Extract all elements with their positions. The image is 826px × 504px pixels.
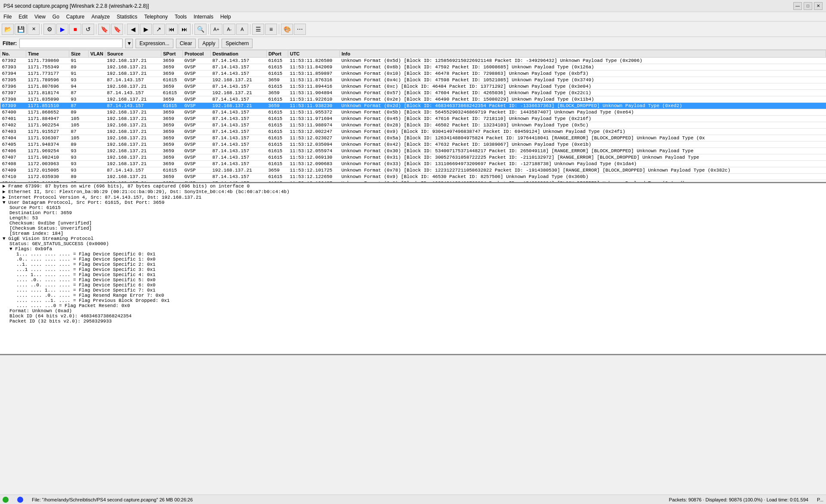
detail-tree-item[interactable]: Destination Port: 3659 [0,210,826,215]
close-button[interactable]: ✕ [814,2,823,10]
goto-button[interactable]: ↗ [153,24,165,35]
detail-tree-item[interactable]: Block ID (64 bits v2.0): 468346373868242… [0,313,826,319]
forward-button[interactable]: ▶ [140,24,152,35]
col-header-source[interactable]: Source [105,50,161,58]
table-row[interactable]: 674081172.00396393192.168.137.213659GVSP… [0,161,826,167]
maximize-button[interactable]: □ [804,2,812,10]
list-view-button[interactable]: ☰ [252,24,264,35]
table-row[interactable]: 674071171.98241093192.168.137.213659GVSP… [0,154,826,161]
col-header-no[interactable]: No. [0,50,26,58]
detail-tree-item[interactable]: .... .... ..1. .... = Flag Previous Bloc… [0,298,826,303]
display-filters-button[interactable]: 🔖 [111,24,123,35]
detail-tree-item[interactable]: [Stream index: 184] [0,231,826,236]
detail-tree-item[interactable]: Packet ID (32 bits v2.0): 2958329933 [0,319,826,324]
table-row[interactable]: 674091172.0150059387.14.143.15761615GVSP… [0,167,826,174]
close-capture-button[interactable]: ✕ [28,24,40,35]
col-header-sport[interactable]: SPort [161,50,182,58]
table-row[interactable]: 674101172.03593089192.168.137.213659GVSP… [0,174,826,180]
col-header-info[interactable]: Info [339,50,826,58]
menu-item-internals[interactable]: Internals [190,13,217,21]
table-row[interactable]: 673921171.73986091192.168.137.213659GVSP… [0,58,826,64]
menu-item-help[interactable]: Help [217,13,234,21]
table-row[interactable]: 673961171.80769694192.168.137.213659GVSP… [0,83,826,90]
back-button[interactable]: ◀ [127,24,139,35]
menu-item-file[interactable]: File [0,13,15,21]
col-header-dport[interactable]: DPort [266,50,288,58]
capture-options-button[interactable]: ⚙ [43,24,55,35]
save-button[interactable]: 💾 [15,24,27,35]
detail-tree-item[interactable]: ▶ Frame 67399: 87 bytes on wire (696 bit… [0,183,826,189]
detail-tree-item[interactable]: [Checksum Status: Unverified] [0,226,826,231]
detail-tree-item[interactable]: .... .... 1... .... = Flag Device Specif… [0,288,826,293]
col-header-size[interactable]: Size [69,50,89,58]
table-row[interactable]: 674031171.91552787192.168.137.213659GVSP… [0,129,826,135]
detail-tree-item[interactable]: .... 1... .... .... = Flag Device Specif… [0,272,826,277]
filter-dropdown-button[interactable]: ▼ [125,39,133,48]
menu-item-capture[interactable]: Capture [63,13,88,21]
table-row[interactable]: 673981171.83589093192.168.137.213659GVSP… [0,96,826,103]
restart-capture-button[interactable]: ↺ [82,24,94,35]
table-row[interactable]: 674021171.902254105192.168.137.213659GVS… [0,122,826,129]
menu-item-analyze[interactable]: Analyze [88,13,114,21]
menu-item-view[interactable]: View [31,13,49,21]
table-row[interactable]: 673931171.75534989192.168.137.213659GVSP… [0,64,826,71]
detail-tree-item[interactable]: Format: Unknown (0xad) [0,308,826,313]
last-packet-button[interactable]: ⏭ [179,24,191,35]
normal-size-button[interactable]: A [236,24,248,35]
first-packet-button[interactable]: ⏮ [166,24,178,35]
expression-button[interactable]: Expression... [136,39,173,48]
detail-tree-item[interactable]: ▶ Internet Protocol Version 4, Src: 87.1… [0,194,826,200]
detail-tree-item[interactable]: .... ..0. .... .... = Flag Device Specif… [0,283,826,288]
table-row[interactable]: 674111172.04968787192.168.137.213659GVSP… [0,180,826,184]
detail-tree-item[interactable]: Source Port: 61615 [0,205,826,210]
start-capture-button[interactable]: ▶ [56,24,68,35]
colorize-button[interactable]: 🎨 [281,24,293,35]
menu-item-go[interactable]: Go [49,13,63,21]
menu-item-telephony[interactable]: Telephony [141,13,171,21]
table-row[interactable]: 674001171.86865289192.168.137.213659GVSP… [0,109,826,116]
table-row[interactable]: 673991171.8515108787.14.143.15761615GVSP… [0,103,826,109]
detail-tree-item[interactable]: .... .... .0.. .... = Flag Resend Range … [0,293,826,298]
open-file-button[interactable]: 📂 [2,24,14,35]
table-row[interactable]: 674061171.96925493192.168.137.213659GVSP… [0,148,826,154]
detail-tree-item[interactable]: Checksum: 0xd1be [unverified] [0,221,826,226]
zoom-in-button[interactable]: A+ [210,24,222,35]
col-header-time[interactable]: Time [26,50,69,58]
table-row[interactable]: 674011171.884947105192.168.137.213659GVS… [0,116,826,122]
menu-item-tools[interactable]: Tools [171,13,190,21]
table-row[interactable]: 674051171.94837489192.168.137.213659GVSP… [0,141,826,148]
detail-tree-item[interactable]: ▼ GigE Vision Streaming Protocol [0,236,826,241]
table-row[interactable]: 674041171.936307105192.168.137.213659GVS… [0,135,826,141]
clear-filter-button[interactable]: Clear [176,39,196,48]
detail-tree-item[interactable]: ▶ Ethernet II, Src: Flextron_ba:9b:29 (0… [0,189,826,194]
col-header-utc[interactable]: UTC [288,50,339,58]
col-header-destination[interactable]: Destination [210,50,266,58]
detail-view-button[interactable]: ≡ [265,24,277,35]
capture-filters-button[interactable]: 🔖 [98,24,110,35]
detail-tree-item[interactable]: ...1 .... .... .... = Flag Device Specif… [0,267,826,272]
more-button[interactable]: ⋯ [294,24,306,35]
detail-tree-item[interactable]: .... .0.. .... .... = Flag Device Specif… [0,277,826,283]
detail-tree-item[interactable]: .0.. .... .... .... = Flag Device Specif… [0,257,826,262]
table-row[interactable]: 673971171.8181748787.14.143.15761615GVSP… [0,90,826,96]
menu-item-statistics[interactable]: Statistics [113,13,141,21]
detail-tree-item[interactable]: ▼ Flags: 0xb9fa [0,246,826,252]
table-row[interactable]: 673951171.7895969387.14.143.15761615GVSP… [0,77,826,83]
zoom-out-button[interactable]: A- [223,24,235,35]
col-header-protocol[interactable]: Protocol [182,50,210,58]
stop-capture-button[interactable]: ■ [69,24,81,35]
col-header-vlan[interactable]: VLAN [89,50,105,58]
apply-filter-button[interactable]: Apply [198,39,219,48]
search-button[interactable]: 🔍 [194,24,206,35]
save-filter-button[interactable]: Speichern [222,39,253,48]
detail-tree-item[interactable]: Length: 53 [0,215,826,221]
filter-input[interactable] [19,39,123,48]
detail-tree-item[interactable]: ..1. .... .... .... = Flag Device Specif… [0,262,826,267]
menu-item-edit[interactable]: Edit [15,13,31,21]
detail-tree-item[interactable]: Status: GEV_STATUS_SUCCESS (0x0000) [0,241,826,246]
table-row[interactable]: 673941171.77317791192.168.137.213659GVSP… [0,71,826,77]
detail-tree-item[interactable]: ▼ User Datagram Protocol, Src Port: 6161… [0,200,826,205]
detail-tree-item[interactable]: 1... .... .... .... = Flag Device Specif… [0,252,826,257]
detail-tree-item[interactable]: .... .... ...0 = Flag Packet Resend: 0x0 [0,303,826,308]
minimize-button[interactable]: — [793,2,802,10]
